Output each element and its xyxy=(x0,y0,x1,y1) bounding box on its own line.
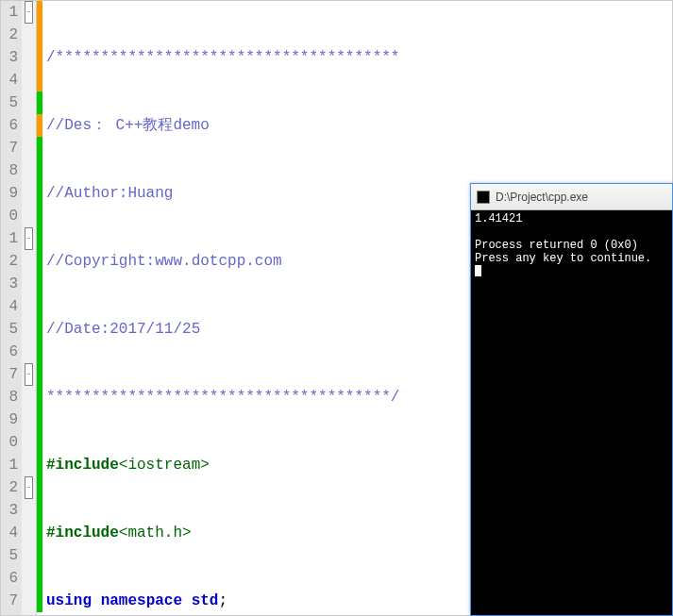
comment-line: //Des： C++教程demo xyxy=(46,117,210,134)
line-number: 9 xyxy=(1,182,18,205)
preproc: #include xyxy=(46,524,119,541)
fold-column: ---- xyxy=(22,1,37,615)
fold-cell xyxy=(22,567,36,590)
fold-cell xyxy=(22,114,36,137)
include-target: <iostream> xyxy=(119,457,210,474)
fold-cell xyxy=(22,273,36,295)
line-number: 0 xyxy=(1,205,18,227)
line-number: 4 xyxy=(1,69,18,92)
fold-cell xyxy=(22,341,36,363)
line-number: 8 xyxy=(1,159,18,182)
fold-toggle-icon[interactable]: - xyxy=(25,476,33,499)
line-number: 2 xyxy=(1,250,18,273)
line-number: 0 xyxy=(1,431,18,454)
fold-toggle-icon[interactable]: - xyxy=(25,1,33,24)
fold-cell xyxy=(22,544,36,567)
console-line: Process returned 0 (0x0) xyxy=(475,239,638,252)
console-line: 1.41421 xyxy=(475,212,522,225)
preproc: #include xyxy=(46,457,119,474)
fold-cell xyxy=(22,69,36,92)
comment-line: /************************************** xyxy=(46,49,399,66)
fold-cell: - xyxy=(22,363,36,386)
fold-cell xyxy=(22,318,36,341)
punct: ; xyxy=(218,592,227,609)
console-window[interactable]: D:\Project\cpp.exe 1.41421 Process retur… xyxy=(470,183,673,616)
line-number: 3 xyxy=(1,273,18,295)
line-number: 7 xyxy=(1,137,18,159)
console-cursor xyxy=(475,265,481,276)
line-number: 5 xyxy=(1,544,18,567)
keyword: namespace xyxy=(101,592,182,609)
fold-toggle-icon[interactable]: - xyxy=(25,227,33,250)
comment-line: **************************************/ xyxy=(46,389,399,406)
line-number: 2 xyxy=(1,24,18,46)
fold-cell xyxy=(22,205,36,227)
line-number: 3 xyxy=(1,499,18,522)
fold-cell xyxy=(22,46,36,69)
line-number: 7 xyxy=(1,590,18,612)
line-number: 2 xyxy=(1,476,18,499)
fold-cell xyxy=(22,250,36,273)
console-output: 1.41421 Process returned 0 (0x0) Press a… xyxy=(471,210,672,615)
fold-cell xyxy=(22,92,36,114)
console-line: Press any key to continue. xyxy=(475,252,651,265)
keyword: using xyxy=(46,592,92,609)
line-number: 1 xyxy=(1,1,18,24)
fold-cell xyxy=(22,522,36,544)
line-number: 4 xyxy=(1,522,18,544)
line-number: 1 xyxy=(1,227,18,250)
line-number-gutter: 123456789012345678901234567 xyxy=(1,1,22,615)
fold-cell: - xyxy=(22,476,36,499)
line-number: 8 xyxy=(1,386,18,408)
line-number: 6 xyxy=(1,341,18,363)
line-number: 4 xyxy=(1,295,18,318)
comment-line: //Author:Huang xyxy=(46,185,173,202)
line-number: 5 xyxy=(1,92,18,114)
fold-cell xyxy=(22,159,36,182)
line-number: 6 xyxy=(1,567,18,590)
fold-cell xyxy=(22,408,36,431)
console-title-text: D:\Project\cpp.exe xyxy=(496,191,588,204)
line-number: 9 xyxy=(1,408,18,431)
fold-cell: - xyxy=(22,1,36,24)
include-target: <math.h> xyxy=(119,524,192,541)
fold-cell xyxy=(22,454,36,476)
fold-cell xyxy=(22,386,36,408)
console-titlebar[interactable]: D:\Project\cpp.exe xyxy=(471,184,672,210)
fold-cell xyxy=(22,499,36,522)
fold-cell xyxy=(22,431,36,454)
line-number: 7 xyxy=(1,363,18,386)
console-icon xyxy=(477,191,490,204)
fold-cell xyxy=(22,182,36,205)
fold-toggle-icon[interactable]: - xyxy=(25,363,33,386)
fold-cell: - xyxy=(22,227,36,250)
line-number: 6 xyxy=(1,114,18,137)
identifier: std xyxy=(192,592,219,609)
line-number: 1 xyxy=(1,454,18,476)
fold-cell xyxy=(22,295,36,318)
fold-cell xyxy=(22,590,36,612)
comment-line: //Date:2017/11/25 xyxy=(46,321,200,338)
comment-line: //Copyright:www.dotcpp.com xyxy=(46,253,282,270)
line-number: 5 xyxy=(1,318,18,341)
fold-cell xyxy=(22,24,36,46)
fold-cell xyxy=(22,137,36,159)
line-number: 3 xyxy=(1,46,18,69)
